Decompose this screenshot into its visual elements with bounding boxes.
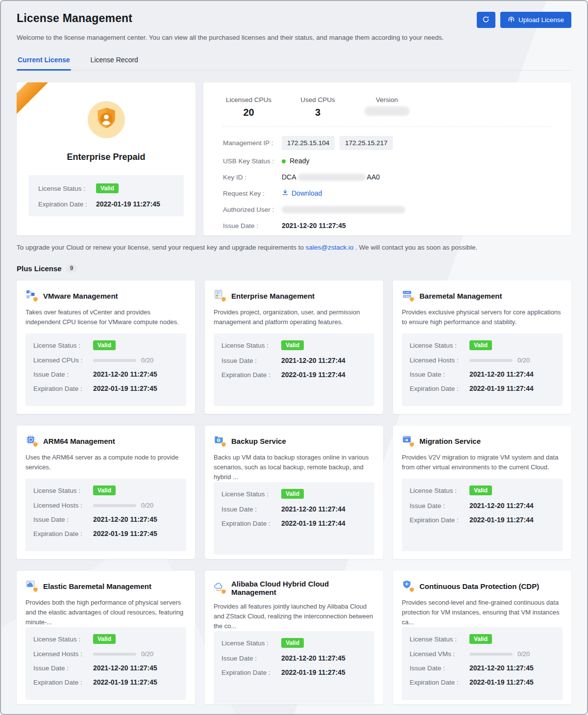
request-key-label: Request Key : bbox=[223, 188, 282, 199]
license-stats: Licensed CPUs 20 Used CPUs 3 Version bbox=[223, 96, 552, 118]
issue-row: Issue Date : 2021-12-20 11:27:44 bbox=[410, 502, 555, 510]
tab-current-license[interactable]: Current License bbox=[17, 56, 71, 70]
page-title: License Management bbox=[17, 12, 132, 25]
expiration-date-label: Expiration Date : bbox=[410, 679, 469, 686]
plus-card-title: Alibaba Cloud Hybrid Cloud Management bbox=[231, 580, 374, 596]
issue-row: Issue Date : 2021-12-20 11:27:45 bbox=[33, 664, 178, 672]
plus-license-card: Migration Service Provides V2V migration… bbox=[393, 426, 571, 559]
expiration-date-label: Expiration Date : bbox=[33, 530, 93, 537]
expiration-row: Expiration Date : 2022-01-19 11:27:45 bbox=[410, 678, 555, 686]
plus-license-card: Baremetal Management Provides exclusive … bbox=[393, 281, 571, 414]
expiration-date-value: 2022-01-19 11:27:44 bbox=[281, 371, 345, 379]
status-row: License Status : Valid bbox=[221, 489, 367, 499]
plus-card-info-box: License Status : Valid Licensed Hosts : … bbox=[25, 627, 186, 700]
license-status-label: License Status : bbox=[221, 490, 281, 498]
authorized-user-label: Authorized User : bbox=[223, 204, 282, 215]
upload-license-button[interactable]: Upload License bbox=[500, 12, 571, 28]
expiration-row: Expiration Date : 2022-01-19 11:27:44 bbox=[221, 371, 367, 379]
usage-label: Licensed VMs : bbox=[410, 650, 469, 658]
expiration-date-value: 2022-01-19 11:27:44 bbox=[281, 519, 345, 527]
download-request-key-link[interactable]: Download bbox=[282, 188, 322, 199]
arm64-icon bbox=[25, 434, 38, 447]
license-type-info-box: License Status : Valid Expiration Date :… bbox=[28, 175, 184, 216]
plus-card-title: Backup Service bbox=[231, 437, 286, 445]
download-icon bbox=[282, 188, 289, 199]
license-status-label: License Status : bbox=[33, 342, 93, 349]
usb-key-status-label: USB Key Status : bbox=[223, 156, 282, 166]
key-id-label: Key ID : bbox=[223, 172, 282, 182]
license-shield-badge-icon bbox=[88, 101, 125, 140]
license-status-label: License Status : bbox=[410, 342, 469, 349]
management-ip-chips: 172.25.15.104172.25.15.217 bbox=[282, 136, 398, 150]
issue-date-label: Issue Date : bbox=[33, 664, 93, 672]
license-status-label: License Status : bbox=[33, 487, 93, 494]
plus-card-description: Provides second-level and fine-grained c… bbox=[402, 598, 563, 627]
plus-license-card: VMware Management Takes over features of… bbox=[17, 281, 195, 414]
usage-value: 0/20 bbox=[517, 650, 530, 658]
plus-license-card: Alibaba Cloud Hybrid Cloud Management Pr… bbox=[205, 571, 383, 704]
management-ip-chip: 172.25.15.217 bbox=[340, 136, 392, 150]
plus-card-info-box: License Status : Valid Issue Date : 2021… bbox=[214, 631, 374, 704]
license-status-label: License Status : bbox=[33, 636, 93, 643]
license-status-label: License Status : bbox=[410, 487, 469, 494]
sales-email-link[interactable]: sales@zstack.io bbox=[306, 244, 354, 251]
license-status-badge: Valid bbox=[96, 183, 119, 193]
alibaba-cloud-icon bbox=[214, 582, 226, 594]
issue-date-value: 2021-12-20 11:27:45 bbox=[469, 664, 534, 672]
upload-license-label: Upload License bbox=[518, 16, 564, 24]
tab-license-record[interactable]: License Record bbox=[90, 56, 139, 70]
plus-card-title: VMware Management bbox=[43, 292, 118, 300]
status-row: License Status : Valid bbox=[221, 340, 367, 350]
expiration-date-label: Expiration Date : bbox=[410, 516, 469, 524]
status-row: License Status : Valid bbox=[410, 340, 555, 350]
issue-date-label: Issue Date : bbox=[33, 371, 93, 378]
plus-card-title: ARM64 Management bbox=[43, 437, 115, 445]
stat-used-cpus: Used CPUs 3 bbox=[292, 96, 343, 118]
tab-bar: Current License License Record bbox=[17, 56, 571, 71]
usage-progress-bar bbox=[469, 359, 513, 362]
usage-progress-bar bbox=[93, 504, 136, 507]
page-subtitle: Welcome to the license management center… bbox=[17, 34, 571, 41]
usage-progress-bar bbox=[93, 653, 136, 656]
refresh-button[interactable] bbox=[477, 12, 495, 28]
current-license-summary: Enterprise Prepaid License Status : Vali… bbox=[17, 82, 571, 235]
license-status-badge: Valid bbox=[281, 340, 304, 350]
plus-card-title: Migration Service bbox=[419, 437, 481, 445]
plus-license-title: Plus License bbox=[17, 264, 62, 273]
plus-card-info-box: License Status : Valid Licensed CPUs : 0… bbox=[25, 333, 186, 406]
license-status-badge: Valid bbox=[93, 340, 116, 350]
plus-card-description: Provides exclusive physical servers for … bbox=[402, 307, 563, 327]
license-status-label: License Status : bbox=[221, 639, 281, 647]
issue-date-label: Issue Date : bbox=[410, 371, 469, 378]
plus-license-grid: VMware Management Takes over features of… bbox=[17, 281, 571, 704]
issue-date-value: 2021-12-20 11:27:45 bbox=[93, 664, 157, 672]
plus-license-count-badge: 9 bbox=[66, 264, 77, 273]
key-id-suffix: AA0 bbox=[367, 172, 380, 182]
expiration-date-label: Expiration Date : bbox=[221, 520, 281, 527]
issue-date-label: Issue Date : bbox=[33, 516, 93, 523]
license-status-badge: Valid bbox=[281, 638, 304, 648]
divider bbox=[223, 127, 552, 127]
key-id-prefix: DCA bbox=[282, 172, 296, 182]
license-details-card: Licensed CPUs 20 Used CPUs 3 Version Man… bbox=[203, 82, 571, 235]
management-ip-chip: 172.25.15.104 bbox=[282, 136, 335, 150]
issue-row: Issue Date : 2021-12-20 11:27:44 bbox=[221, 357, 367, 364]
issue-date-label: Issue Date : bbox=[410, 502, 469, 510]
plus-card-info-box: License Status : Valid Issue Date : 2021… bbox=[214, 333, 374, 406]
stat-version: Version bbox=[361, 96, 413, 118]
issue-row: Issue Date : 2021-12-20 11:27:45 bbox=[33, 370, 178, 378]
issue-row: Issue Date : 2021-12-20 11:27:45 bbox=[221, 654, 367, 662]
corner-ribbon bbox=[17, 82, 63, 129]
issue-date-value: 2021-12-20 11:27:44 bbox=[281, 505, 345, 513]
usage-value: 0/20 bbox=[141, 502, 153, 509]
expiration-row: Expiration Date : 2022-01-19 11:27:44 bbox=[410, 384, 555, 392]
expiration-row: Expiration Date : 2022-01-19 11:27:44 bbox=[221, 519, 367, 527]
version-redacted-value bbox=[365, 106, 410, 116]
status-row: License Status : Valid bbox=[33, 485, 178, 495]
usage-row: Licensed VMs : 0/20 bbox=[410, 650, 555, 658]
issue-date-value: 2021-12-20 11:27:44 bbox=[281, 357, 345, 364]
expiration-row: Expiration Date : 2022-01-19 11:27:45 bbox=[33, 384, 178, 392]
usage-value: 0/20 bbox=[517, 357, 530, 364]
license-status-badge: Valid bbox=[281, 489, 304, 499]
issue-date-label: Issue Date : bbox=[410, 664, 469, 672]
